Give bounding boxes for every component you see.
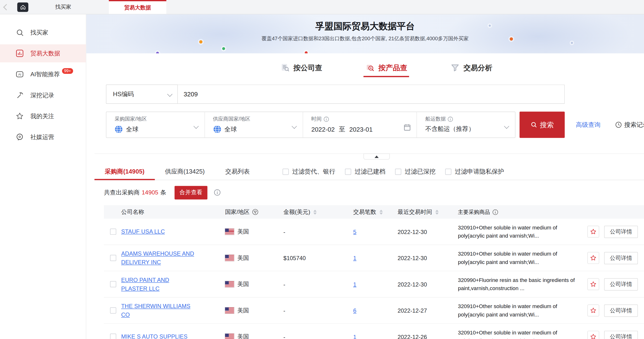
sort-icon[interactable] xyxy=(314,210,317,215)
sidebar-item-dig-records[interactable]: 深挖记录 xyxy=(0,86,86,104)
row-checkbox[interactable] xyxy=(110,255,116,261)
header-main-products: 主要采购商品 xyxy=(458,208,498,216)
sort-icon[interactable] xyxy=(380,210,383,215)
deal-count-link[interactable]: 1 xyxy=(353,334,356,339)
search-button-label: 搜索 xyxy=(540,120,554,129)
time-separator: 至 xyxy=(339,125,345,134)
tab-buyers[interactable]: 采购商(14905) xyxy=(94,163,155,180)
table-header: 公司名称 国家/地区 金额(美元) 交易笔数 最近交易时间 主要采购商品 xyxy=(104,205,644,219)
sort-icon[interactable] xyxy=(435,210,438,215)
company-detail-button[interactable]: 公司详情 xyxy=(604,331,638,339)
sidebar-item-trade-big-data[interactable]: 贸易大数据 xyxy=(0,44,86,62)
collapse-panel-button[interactable] xyxy=(364,153,390,160)
favorite-star-button[interactable] xyxy=(587,331,599,339)
company-name-link[interactable]: STAUF USA LLC xyxy=(121,228,165,236)
amount-value: - xyxy=(280,281,350,288)
tab-trade-analysis[interactable]: 交易分析 xyxy=(450,58,492,77)
filter-deep-dug[interactable]: 过滤已深挖 xyxy=(395,168,436,175)
company-name-link[interactable]: MIKE S AUTO SUPPLIES xyxy=(121,333,188,339)
header-last-date[interactable]: 最近交易时间 xyxy=(398,208,438,216)
checkbox[interactable] xyxy=(445,169,452,175)
search-icon xyxy=(530,122,537,128)
shipping-data-select[interactable]: 船运数据 不含船运（推荐） xyxy=(416,112,515,137)
back-arrow-icon[interactable] xyxy=(0,0,12,14)
favorite-star-icon xyxy=(590,333,597,339)
checkbox[interactable] xyxy=(345,169,352,175)
home-button[interactable] xyxy=(17,2,28,11)
last-deal-date: 2022-12-30 xyxy=(396,255,457,261)
checkbox[interactable] xyxy=(283,169,289,175)
banner-subtitle: 覆盖47个国家进口数据和23国出口数据,包含200个国家, 21亿条贸易数据,4… xyxy=(86,35,644,42)
tab-suppliers[interactable]: 供应商(13425) xyxy=(155,163,215,180)
buyer-region-select[interactable]: 采购国家/地区 全球 xyxy=(106,112,204,137)
summary-row: 共查出采购商 14905 条 合并查看 xyxy=(104,186,220,199)
hs-code-select[interactable]: HS编码 xyxy=(106,85,178,104)
topbar-tab-find-buyers[interactable]: 找买家 xyxy=(39,0,88,14)
row-checkbox[interactable] xyxy=(110,281,116,288)
filter-label: 过滤已深挖 xyxy=(405,168,436,175)
us-flag-icon xyxy=(225,334,234,339)
company-detail-button[interactable]: 公司详情 xyxy=(604,226,638,238)
summary-prefix: 共查出采购商 xyxy=(104,189,140,197)
ai-badge: 99+ xyxy=(62,68,74,74)
supplier-region-select[interactable]: 供应商国家/地区 全球 xyxy=(204,112,303,137)
collapse-arrow-icon xyxy=(374,155,379,158)
query-input[interactable] xyxy=(178,85,564,104)
filter-icon[interactable] xyxy=(252,209,258,215)
summary-unit: 条 xyxy=(160,189,166,197)
filter-forwarders-banks[interactable]: 过滤货代、银行 xyxy=(283,168,335,175)
sidebar-item-my-follows[interactable]: 我的关注 xyxy=(0,107,86,125)
table-row: MIKE S AUTO SUPPLIES 美国 - 1 2022-12-26 3… xyxy=(104,324,644,339)
company-name-link[interactable]: ADAMS WAREHOUSE AND DELIVERY INC xyxy=(121,250,194,266)
row-checkbox[interactable] xyxy=(110,334,116,339)
last-deal-date: 2022-12-30 xyxy=(396,281,457,288)
favorite-star-button[interactable] xyxy=(587,278,599,290)
supplier-region-value: 全球 xyxy=(224,125,236,133)
favorite-star-button[interactable] xyxy=(587,226,599,238)
search-button[interactable]: 搜索 xyxy=(520,112,564,138)
deal-count-link[interactable]: 6 xyxy=(353,307,356,314)
header-country[interactable]: 国家/地区 xyxy=(225,208,258,216)
tab-search-by-product[interactable]: 按产品查 xyxy=(365,58,407,77)
time-from-value: 2022-02 xyxy=(312,126,335,133)
row-checkbox[interactable] xyxy=(110,229,116,235)
company-detail-button[interactable]: 公司详情 xyxy=(604,278,638,290)
header-amount[interactable]: 金额(美元) xyxy=(283,208,317,216)
company-detail-button[interactable]: 公司详情 xyxy=(604,252,638,264)
product-search-icon xyxy=(365,63,375,73)
time-range-picker[interactable]: 时间 2022-02 至 2023-01 xyxy=(303,112,417,137)
search-history-link[interactable]: 搜索记录 xyxy=(615,112,644,138)
info-icon xyxy=(492,209,498,215)
main-products-text: 320910+Other soluble in water medium of … xyxy=(457,223,584,240)
advanced-query-link[interactable]: 高级查询 xyxy=(576,112,600,138)
sidebar-item-ai-recommend[interactable]: AI AI智能推荐 99+ xyxy=(0,65,86,83)
country-label: 美国 xyxy=(237,281,249,288)
topbar-tab-trade-big-data[interactable]: 贸易大数据 xyxy=(109,0,166,14)
tab-transactions[interactable]: 交易列表 xyxy=(215,163,260,180)
deal-count-link[interactable]: 1 xyxy=(353,255,356,261)
favorite-star-button[interactable] xyxy=(587,305,599,317)
checkbox[interactable] xyxy=(395,169,402,175)
filter-archived[interactable]: 过滤已建档 xyxy=(345,168,386,175)
company-name-link[interactable]: EURO PAINT AND PLASTER LLC xyxy=(121,276,194,293)
table-row: STAUF USA LLC 美国 - 5 2022-12-30 320910+O… xyxy=(104,219,644,245)
country-label: 美国 xyxy=(237,254,249,262)
favorite-star-button[interactable] xyxy=(587,252,599,264)
row-checkbox[interactable] xyxy=(110,307,116,314)
home-icon xyxy=(20,4,26,9)
sidebar-item-social-media[interactable]: 社媒运营 xyxy=(0,128,86,146)
sidebar-item-label: 我的关注 xyxy=(30,112,54,120)
hs-code-select-value: HS编码 xyxy=(113,90,134,98)
company-name-link[interactable]: THE SHERWIN WILLIAMS CO xyxy=(121,302,194,319)
deal-count-link[interactable]: 5 xyxy=(353,229,356,235)
info-icon xyxy=(324,116,329,122)
filter-privacy-protected[interactable]: 过滤申请隐私保护 xyxy=(445,168,504,175)
company-detail-button[interactable]: 公司详情 xyxy=(604,304,638,317)
sidebar-item-find-buyers[interactable]: 找买家 xyxy=(0,23,86,41)
tab-search-by-company[interactable]: 按公司查 xyxy=(280,58,322,77)
star-icon xyxy=(16,112,24,120)
header-deal-count[interactable]: 交易笔数 xyxy=(353,208,383,216)
merge-view-button[interactable]: 合并查看 xyxy=(174,186,207,199)
deal-count-link[interactable]: 1 xyxy=(353,281,356,288)
main-products-text: 320910+Other soluble in water medium of … xyxy=(457,329,584,339)
